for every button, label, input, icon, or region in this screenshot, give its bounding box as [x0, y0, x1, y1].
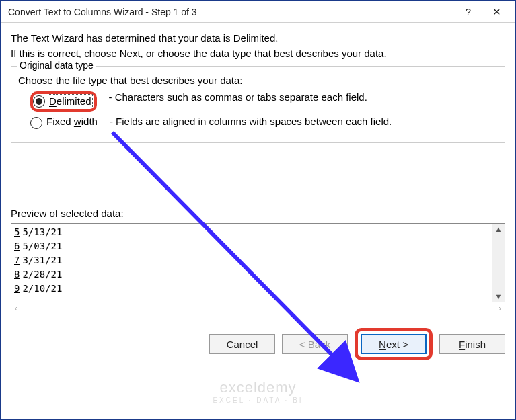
annotation-highlight-next: Next > [355, 328, 433, 360]
close-button[interactable]: ✕ [482, 3, 511, 22]
cancel-button[interactable]: Cancel [209, 334, 275, 354]
scroll-down-icon[interactable]: ▼ [495, 292, 503, 300]
preview-row: 65/03/21 [14, 239, 489, 253]
preview-rows: 55/13/21 65/03/21 73/31/21 82/28/21 92/1… [11, 224, 492, 302]
scroll-right-icon[interactable]: › [499, 304, 501, 313]
watermark: exceldemy EXCEL · DATA · BI [213, 379, 303, 404]
radio-delimited-desc: - Characters such as commas or tabs sepa… [109, 91, 367, 103]
group-legend: Original data type [17, 60, 96, 71]
preview-box: 55/13/21 65/03/21 73/31/21 82/28/21 92/1… [11, 223, 505, 302]
radio-delimited[interactable] [33, 95, 45, 108]
intro-line-1: The Text Wizard has determined that your… [11, 32, 505, 44]
scroll-left-icon[interactable]: ‹ [15, 304, 17, 313]
preview-horizontal-scrollbar[interactable]: ‹ › [11, 302, 505, 314]
preview-vertical-scrollbar[interactable]: ▲ ▼ [492, 224, 505, 302]
help-button[interactable]: ? [454, 3, 482, 22]
radio-fixed-width[interactable] [30, 117, 42, 129]
choose-label: Choose the file type that best describes… [18, 75, 498, 86]
radio-row-fixed-width: Fixed width - Fields are aligned in colu… [30, 116, 498, 129]
radio-fixed-width-label[interactable]: Fixed width [46, 116, 98, 127]
radio-fixed-width-desc: - Fields are aligned in columns with spa… [110, 116, 392, 127]
finish-button[interactable]: Finish [439, 334, 505, 354]
preview-row: 55/13/21 [14, 225, 489, 239]
window-title: Convert Text to Columns Wizard - Step 1 … [8, 7, 454, 17]
radio-row-delimited: Delimited - Characters such as commas or… [30, 91, 498, 112]
back-button: < Back [282, 334, 348, 354]
scroll-up-icon[interactable]: ▲ [495, 225, 503, 233]
title-bar: Convert Text to Columns Wizard - Step 1 … [1, 1, 515, 23]
preview-row: 82/28/21 [14, 267, 489, 282]
next-button[interactable]: Next > [361, 334, 427, 354]
intro-line-2: If this is correct, choose Next, or choo… [11, 48, 505, 59]
radio-delimited-label[interactable]: Delimited [49, 95, 91, 107]
dialog-content: The Text Wizard has determined that your… [1, 23, 515, 321]
preview-row: 92/10/21 [14, 282, 489, 296]
radio-dot-icon [36, 98, 42, 105]
button-row: Cancel < Back Next > Finish [1, 321, 515, 370]
preview-row: 73/31/21 [14, 253, 489, 267]
original-data-type-group: Original data type Choose the file type … [11, 66, 505, 143]
annotation-highlight-delimited: Delimited [30, 91, 97, 112]
preview-label: Preview of selected data: [11, 208, 505, 219]
